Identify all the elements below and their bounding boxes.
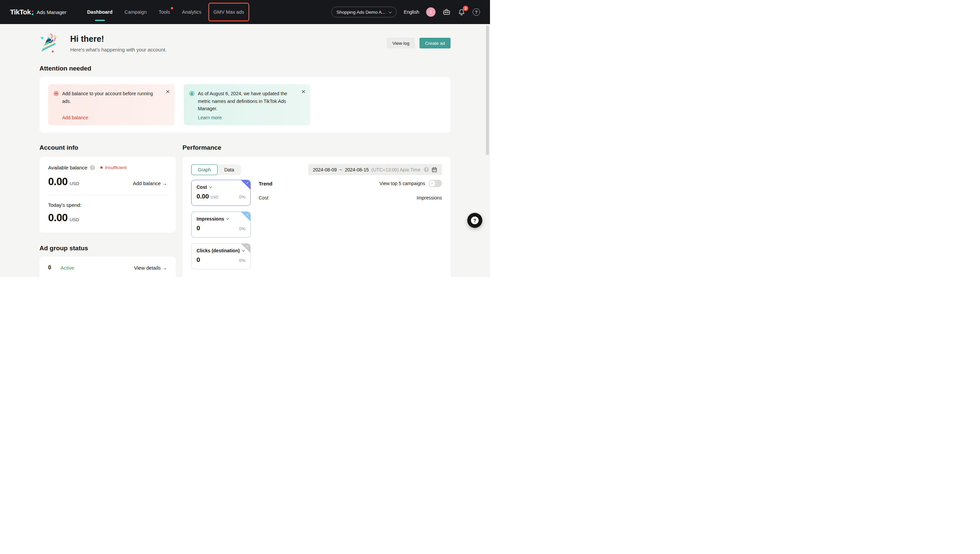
active-count: 0 <box>48 265 51 271</box>
spend-value: 0.00 <box>48 212 67 224</box>
date-start: 2024-08-09 <box>313 167 337 172</box>
metric-values: 0 0% <box>196 224 245 232</box>
question-circle-icon: ? <box>473 8 480 16</box>
add-balance-label: Add balance <box>133 180 161 186</box>
divider <box>48 195 167 196</box>
metric-change: 0% <box>239 226 245 231</box>
alert-body: Add balance to your account before runni… <box>62 90 169 120</box>
ad-group-row: 0 Active View details → <box>48 265 167 271</box>
hero-actions: View log Create ad <box>387 38 451 48</box>
nav-label: Tools <box>159 10 170 15</box>
nav-item-tools[interactable]: Tools <box>153 0 176 24</box>
check-icon: ✓ <box>246 213 249 217</box>
main-menu: Dashboard Campaign Tools Analytics GMV M… <box>81 0 250 24</box>
tab-graph[interactable]: Graph <box>191 164 218 175</box>
nav-item-analytics[interactable]: Analytics <box>176 0 207 24</box>
add-balance-link[interactable]: Add balance <box>62 115 161 120</box>
metric-label: Cost <box>196 185 245 190</box>
metric-card-clicks-destination[interactable]: ✓ Clicks (destination) 0 0% <box>191 243 251 269</box>
performance-body: ✓ Cost 0.00 USD 0% <box>191 180 442 269</box>
chevron-down-icon <box>389 10 392 13</box>
nav-label: Analytics <box>182 10 202 15</box>
metric-change: 0% <box>239 194 245 199</box>
metric-values: 0.00 USD 0% <box>196 193 245 200</box>
chart-axis-labels: Cost Impressions <box>259 195 442 201</box>
account-switcher-dropdown[interactable]: Shopping Ads Demo A... <box>331 7 397 18</box>
metric-card-cost[interactable]: ✓ Cost 0.00 USD 0% <box>191 180 251 206</box>
brand-suffix: Ads Manager <box>37 10 67 15</box>
active-status-label: Active <box>61 265 74 271</box>
view-details-link[interactable]: View details → <box>134 265 167 271</box>
toggle-knob: × <box>429 180 435 186</box>
timezone-help-icon[interactable]: ? <box>424 167 429 172</box>
trend-header: Trend View top 5 campaigns × <box>259 180 442 187</box>
add-balance-action[interactable]: Add balance → <box>133 180 167 186</box>
chevron-down-icon <box>226 217 229 220</box>
notifications-button[interactable]: 3 <box>457 8 465 16</box>
close-icon[interactable]: × <box>166 88 170 95</box>
balance-currency: USD <box>70 181 79 186</box>
brand-name: TikTok <box>10 8 31 16</box>
close-icon[interactable]: × <box>301 88 306 95</box>
question-mark-icon: ? <box>471 217 479 224</box>
language-selector[interactable]: English <box>404 10 419 15</box>
nav-item-campaign[interactable]: Campaign <box>119 0 153 24</box>
alert-body: As of August 6, 2024, we have updated th… <box>198 90 305 120</box>
toolbox-button[interactable] <box>443 8 451 16</box>
trend-panel: Trend View top 5 campaigns × Cost <box>259 180 442 269</box>
floating-help-button[interactable]: ? <box>467 213 482 228</box>
alert-text: As of August 6, 2024, we have updated th… <box>198 90 297 113</box>
balance-help-icon[interactable]: ? <box>90 165 95 170</box>
attention-panel: Add balance to your account before runni… <box>40 77 451 133</box>
timezone-label: (UTC+13:00) Apia Time <box>371 167 421 172</box>
alert-metric-update: i As of August 6, 2024, we have updated … <box>184 84 310 125</box>
date-separator: ~ <box>339 167 342 172</box>
check-icon: ✓ <box>246 181 249 185</box>
performance-card: Graph Data 2024-08-09 ~ 2024-08-15 (UTC+… <box>183 157 451 277</box>
notification-dot-icon <box>171 7 173 10</box>
tiktok-logo[interactable]: TikTok Ads Manager <box>10 8 67 16</box>
party-popper-icon <box>40 33 60 54</box>
date-range-picker[interactable]: 2024-08-09 ~ 2024-08-15 (UTC+13:00) Apia… <box>308 164 442 175</box>
nav-right-controls: Shopping Ads Demo A... English t <box>331 7 480 18</box>
avatar-initial: t <box>430 10 432 15</box>
arrow-right-icon: → <box>162 180 167 186</box>
trend-title: Trend <box>259 181 272 186</box>
nav-item-gmv-max-ads[interactable]: GMV Max ads <box>207 0 250 24</box>
create-ad-button[interactable]: Create ad <box>419 38 451 48</box>
view-log-button[interactable]: View log <box>387 38 415 48</box>
alert-add-balance: Add balance to your account before runni… <box>48 84 174 125</box>
left-axis-label: Cost <box>259 195 268 201</box>
calendar-icon <box>432 167 437 172</box>
hero-text: Hi there! Here's what's happening with y… <box>70 34 166 53</box>
info-circle-icon: i <box>189 91 194 96</box>
dashboard-columns: Account info Available balance ? Insuffi… <box>40 144 451 277</box>
metric-card-impressions[interactable]: ✓ Impressions 0 0% <box>191 212 251 237</box>
metric-value: 0.00 <box>196 193 209 200</box>
hero-section: Hi there! Here's what's happening with y… <box>40 33 451 54</box>
performance-heading: Performance <box>183 144 451 151</box>
insufficient-label: Insufficient <box>105 165 126 170</box>
metric-change: 0% <box>239 258 245 263</box>
metric-label: Impressions <box>196 216 245 221</box>
left-column: Account info Available balance ? Insuffi… <box>40 144 176 277</box>
vertical-scrollbar-thumb[interactable] <box>486 25 489 155</box>
alert-text: Add balance to your account before runni… <box>62 90 161 105</box>
help-button[interactable]: ? <box>473 8 480 16</box>
view-top-5-campaigns-toggle[interactable]: × <box>429 180 442 187</box>
balance-amount-row: 0.00 USD Add balance → <box>48 176 167 188</box>
metric-value: 0 <box>196 256 200 264</box>
right-column: Performance Graph Data 2024-08-09 ~ 2024… <box>183 144 451 277</box>
main-content: Hi there! Here's what's happening with y… <box>40 24 451 277</box>
nav-label: Dashboard <box>87 10 113 15</box>
metric-value: 0 <box>196 224 200 232</box>
metric-unit: USD <box>210 195 218 199</box>
balance-row: Available balance ? Insufficient <box>48 165 167 170</box>
avatar[interactable]: t <box>426 7 435 17</box>
account-info-heading: Account info <box>40 144 176 151</box>
nav-item-dashboard[interactable]: Dashboard <box>81 0 119 24</box>
ad-group-status-card: 0 Active View details → <box>40 256 176 277</box>
chevron-down-icon <box>209 185 212 188</box>
learn-more-link[interactable]: Learn more <box>198 115 297 120</box>
tab-data[interactable]: Data <box>218 164 241 175</box>
